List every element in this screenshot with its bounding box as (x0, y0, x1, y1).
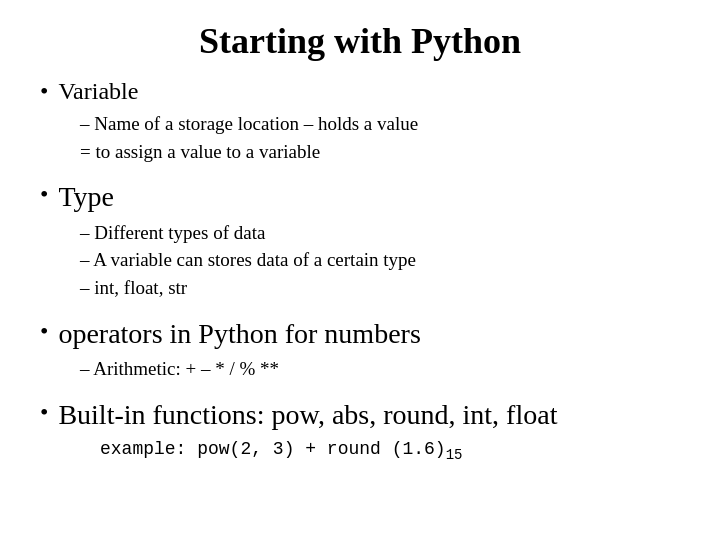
sub-item-type-2: – A variable can stores data of a certai… (80, 247, 680, 274)
slide: Starting with Python • Variable – Name o… (0, 0, 720, 540)
sub-items-variable: – Name of a storage location – holds a v… (80, 111, 680, 165)
bullet-item-type: • Type (40, 179, 680, 215)
slide-title: Starting with Python (40, 20, 680, 62)
code-example-text: example: pow(2, 3) + round (1.6)15 (100, 439, 462, 459)
sub-item-type-3: – int, float, str (80, 275, 680, 302)
bullet-dot-operators: • (40, 316, 48, 347)
bullet-label-variable: Variable (58, 76, 138, 107)
bullet-item-variable: • Variable (40, 76, 680, 107)
bullet-type: • Type – Different types of data – A var… (40, 179, 680, 305)
slide-number: 15 (446, 447, 463, 463)
sub-item-variable-2: = to assign a value to a variable (80, 139, 680, 166)
bullet-label-builtins: Built-in functions: pow, abs, round, int… (58, 397, 557, 433)
bullet-operators: • operators in Python for numbers – Arit… (40, 316, 680, 387)
sub-item-operators-1: – Arithmetic: + – * / % ** (80, 356, 680, 383)
bullet-dot-type: • (40, 179, 48, 210)
bullet-label-operators: operators in Python for numbers (58, 316, 420, 352)
bullet-item-operators: • operators in Python for numbers (40, 316, 680, 352)
bullet-builtins: • Built-in functions: pow, abs, round, i… (40, 397, 680, 466)
code-example: example: pow(2, 3) + round (1.6)15 (100, 437, 680, 465)
bullet-dot-variable: • (40, 76, 48, 107)
bullet-label-type: Type (58, 179, 114, 215)
bullet-dot-builtins: • (40, 397, 48, 428)
sub-item-type-1: – Different types of data (80, 220, 680, 247)
sub-items-operators: – Arithmetic: + – * / % ** (80, 356, 680, 383)
bullet-variable: • Variable – Name of a storage location … (40, 76, 680, 169)
sub-items-type: – Different types of data – A variable c… (80, 220, 680, 302)
sub-item-variable-1: – Name of a storage location – holds a v… (80, 111, 680, 138)
bullet-item-builtins: • Built-in functions: pow, abs, round, i… (40, 397, 680, 433)
